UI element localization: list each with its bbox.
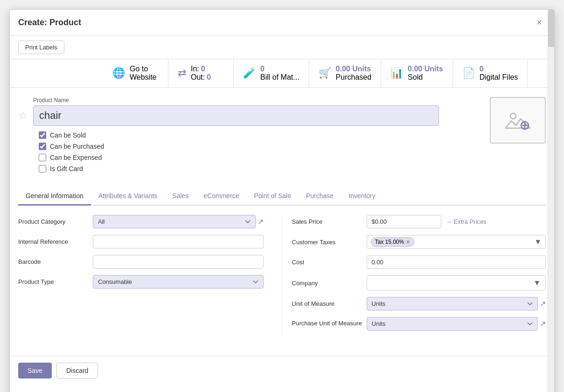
barcode-input[interactable] (93, 255, 264, 268)
stat-sold-label: Sold (408, 73, 443, 82)
save-button[interactable]: Save (18, 363, 52, 378)
stat-website-line2: Website (130, 73, 157, 82)
customer-taxes-row: Customer Taxes Tax 15.00% ✕ ▼ (292, 235, 546, 249)
modal-header: Create: Product × (10, 10, 554, 36)
sales-price-label: Sales Price (292, 218, 362, 225)
tab-attributes[interactable]: Attributes & Variants (91, 187, 165, 206)
favorite-star-button[interactable]: ☆ (18, 110, 28, 122)
cost-input[interactable] (367, 255, 546, 269)
product-category-select[interactable]: All All / Saleable All / Expenses (93, 215, 256, 228)
tab-purchase[interactable]: Purchase (299, 187, 341, 206)
unit-of-measure-label: Unit of Measure (292, 300, 362, 307)
stat-in-value: 0 (201, 65, 205, 73)
can-be-expensed-label: Can be Expensed (50, 154, 102, 161)
stat-in-label: In: (191, 65, 199, 73)
internal-reference-input[interactable] (93, 235, 264, 248)
bom-icon: 🧪 (243, 67, 256, 79)
unit-of-measure-select[interactable]: Units kg g lb (367, 297, 538, 310)
unit-of-measure-row: Unit of Measure Units kg g lb ↗ (292, 297, 546, 310)
stat-out-label: Out: (191, 73, 205, 82)
product-category-label: Product Category (18, 218, 88, 225)
product-name-section: ☆ Product Name Can be Sold Can be Purcha… (18, 97, 546, 180)
tab-pos[interactable]: Point of Sale (247, 187, 299, 206)
purchase-unit-select[interactable]: Units kg g lb (367, 317, 538, 330)
can-be-sold-checkbox[interactable] (39, 131, 46, 139)
stat-inout[interactable]: ⇄ In: 0 Out: 0 (168, 59, 234, 87)
product-name-input[interactable] (33, 105, 439, 126)
stat-digital[interactable]: 📄 0 Digital Files (453, 59, 528, 87)
is-gift-card-label: Is Gift Card (50, 165, 83, 172)
form-right-section: Sales Price Extra Prices Customer Taxes … (282, 215, 546, 337)
scrollbar-thumb[interactable] (548, 10, 554, 47)
product-type-select[interactable]: Consumable Storable Product Service (93, 275, 264, 289)
extra-prices-link[interactable]: Extra Prices (446, 218, 487, 225)
cost-row: Cost (292, 255, 546, 269)
can-be-sold-row[interactable]: Can be Sold (39, 131, 104, 139)
modal-title: Create: Product (18, 18, 81, 28)
stat-purchased-label: Purchased (336, 73, 372, 82)
can-be-purchased-row[interactable]: Can be Purchased (39, 143, 104, 150)
can-be-expensed-row[interactable]: Can be Expensed (39, 154, 104, 161)
inout-icon: ⇄ (178, 67, 186, 79)
digital-icon: 📄 (462, 67, 475, 79)
sold-icon: 📊 (390, 67, 403, 79)
customer-taxes-input[interactable]: Tax 15.00% ✕ ▼ (367, 235, 546, 249)
stat-purchased[interactable]: 🛒 0.00 Units Purchased (309, 59, 382, 87)
stat-out-value: 0 (207, 73, 211, 82)
can-be-sold-label: Can be Sold (50, 131, 86, 139)
product-image-placeholder[interactable] (490, 97, 546, 144)
purchase-unit-ext-link[interactable]: ↗ (540, 319, 546, 328)
can-be-purchased-checkbox[interactable] (39, 143, 46, 150)
unit-of-measure-ext-link[interactable]: ↗ (540, 299, 546, 308)
checkboxes-section: Can be Sold Can be Purchased Can be Expe… (39, 131, 104, 172)
company-input[interactable] (367, 277, 529, 289)
sales-price-row: Sales Price Extra Prices (292, 215, 546, 228)
tab-sales[interactable]: Sales (165, 187, 196, 206)
can-be-purchased-label: Can be Purchased (50, 143, 104, 150)
svg-point-0 (510, 113, 516, 119)
tab-ecommerce[interactable]: eCommerce (196, 187, 246, 206)
tax-tag: Tax 15.00% ✕ (371, 237, 415, 247)
barcode-label: Barcode (18, 258, 88, 265)
product-category-ext-link[interactable]: ↗ (258, 217, 264, 226)
purchase-unit-row: Purchase Unit of Measure Units kg g lb ↗ (292, 317, 546, 330)
company-label: Company (292, 280, 362, 287)
tab-inventory[interactable]: Inventory (341, 187, 383, 206)
can-be-expensed-checkbox[interactable] (39, 154, 46, 161)
internal-reference-row: Internal Reference (18, 235, 264, 248)
product-type-label: Product Type (18, 278, 88, 285)
tabs: General Information Attributes & Variant… (18, 187, 546, 206)
stat-digital-label: Digital Files (480, 73, 518, 82)
cost-label: Cost (292, 259, 362, 266)
form-grid: Product Category All All / Saleable All … (18, 215, 546, 337)
create-product-modal: Create: Product × Print Labels 🌐 Go to W… (9, 9, 555, 392)
product-name-label: Product Name (33, 97, 484, 103)
sales-price-input[interactable] (367, 215, 441, 228)
tax-tag-remove[interactable]: ✕ (406, 239, 410, 245)
stat-bom[interactable]: 🧪 0 Bill of Mat... (234, 59, 309, 87)
stat-bom-value: 0 (260, 65, 299, 73)
tab-general[interactable]: General Information (18, 187, 91, 206)
close-button[interactable]: × (533, 15, 546, 30)
tax-tag-label: Tax 15.00% (375, 239, 404, 245)
company-dropdown-icon[interactable]: ▼ (529, 276, 545, 290)
stat-website[interactable]: 🌐 Go to Website (103, 59, 168, 87)
is-gift-card-checkbox[interactable] (39, 165, 46, 172)
stats-bar: 🌐 Go to Website ⇄ In: 0 Out: 0 🧪 (10, 59, 554, 88)
content-area: ☆ Product Name Can be Sold Can be Purcha… (10, 88, 554, 346)
company-row: Company ▼ (292, 275, 546, 290)
scrollbar[interactable] (548, 10, 554, 392)
form-left-section: Product Category All All / Saleable All … (18, 215, 282, 337)
stat-sold[interactable]: 📊 0.00 Units Sold (381, 59, 453, 87)
discard-button[interactable]: Discard (56, 363, 98, 378)
internal-reference-label: Internal Reference (18, 238, 88, 245)
toolbar: Print Labels (10, 36, 554, 59)
purchase-unit-label: Purchase Unit of Measure (292, 317, 362, 327)
stat-sold-value: 0.00 Units (408, 65, 443, 73)
is-gift-card-row[interactable]: Is Gift Card (39, 165, 104, 172)
product-type-row: Product Type Consumable Storable Product… (18, 275, 264, 289)
product-category-row: Product Category All All / Saleable All … (18, 215, 264, 228)
customer-taxes-dropdown-icon[interactable]: ▼ (534, 238, 542, 246)
stat-bom-label: Bill of Mat... (260, 73, 299, 82)
print-labels-button[interactable]: Print Labels (18, 41, 64, 54)
